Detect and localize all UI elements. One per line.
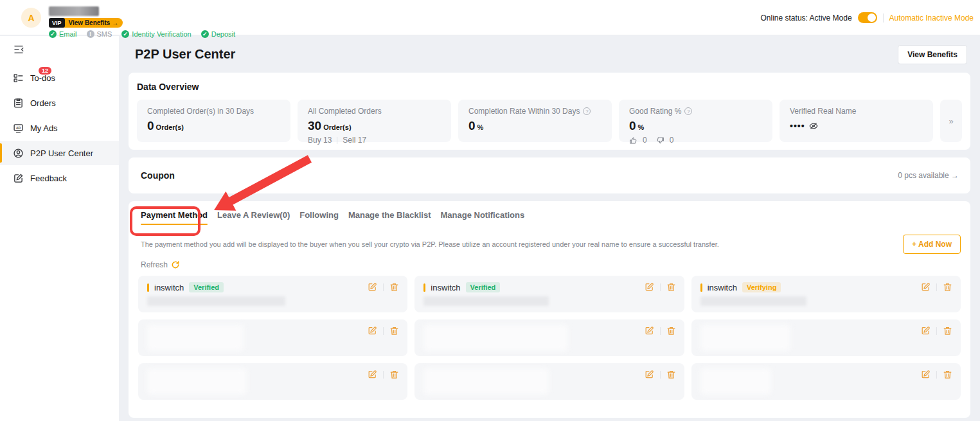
sidebar-item-label: P2P User Center xyxy=(30,148,93,158)
stat-label: Completion Rate Within 30 Days xyxy=(468,107,580,116)
stat-completed-orders-30d: Completed Order(s) in 30 Days 0 Order(s) xyxy=(137,100,290,142)
delete-icon[interactable] xyxy=(389,370,399,379)
refresh-row: Refresh xyxy=(138,260,961,269)
delete-icon[interactable] xyxy=(389,326,399,336)
feedback-icon xyxy=(13,173,24,184)
payment-method-name: inswitch xyxy=(708,283,737,292)
thumbs-down-icon xyxy=(656,136,664,145)
coupon-title: Coupon xyxy=(141,170,175,181)
redacted-account-info xyxy=(147,368,247,395)
coupon-card: Coupon 0 pcs available → xyxy=(129,157,970,193)
stat-value: 0 xyxy=(468,119,476,133)
check-circle-icon: ✓ xyxy=(121,30,129,38)
view-benefits-button[interactable]: View Benefits xyxy=(898,45,967,64)
delete-icon[interactable] xyxy=(666,282,676,292)
description-row: The payment method you add will be displ… xyxy=(138,235,961,254)
stat-label: Good Rating % xyxy=(629,107,681,116)
sidebar-item-feedback[interactable]: Feedback xyxy=(0,166,119,190)
page-header: P2P User Center View Benefits xyxy=(129,36,970,73)
verification-email: ✓ Email xyxy=(49,30,77,38)
content-area: P2P User Center View Benefits Data Overv… xyxy=(119,36,980,421)
payment-method-card: inswitch Verified xyxy=(138,276,407,312)
stat-label: All Completed Orders xyxy=(308,107,382,116)
edit-icon[interactable] xyxy=(921,326,931,336)
automatic-inactive-mode-link[interactable]: Automatic Inactive Mode xyxy=(889,13,974,22)
tab-payment-method[interactable]: Payment Method xyxy=(141,210,208,226)
stats-expand-button[interactable]: » xyxy=(940,100,962,142)
divider xyxy=(883,13,884,22)
help-icon[interactable]: ? xyxy=(583,107,591,115)
payment-method-name: inswitch xyxy=(154,283,184,292)
refresh-label[interactable]: Refresh xyxy=(141,260,168,269)
data-overview-title: Data Overview xyxy=(137,82,962,92)
thumbs-up-count: 0 xyxy=(643,136,647,145)
payment-method-card xyxy=(138,319,407,356)
redacted-account-info xyxy=(700,368,771,395)
payment-method-card: inswitch Verifying xyxy=(691,276,961,312)
stat-unit: Order(s) xyxy=(323,123,351,131)
vip-badge: VIP xyxy=(49,18,65,28)
toggle-knob xyxy=(868,13,876,22)
edit-icon[interactable] xyxy=(645,326,654,336)
edit-icon[interactable] xyxy=(921,282,931,292)
accent-bar xyxy=(147,283,149,292)
redacted-account-info xyxy=(147,325,244,351)
accent-bar xyxy=(423,283,425,292)
coupon-available-link[interactable]: 0 pcs available → xyxy=(898,171,959,180)
help-icon[interactable]: ? xyxy=(684,107,692,115)
sidebar-item-orders[interactable]: Orders xyxy=(0,91,119,115)
divider xyxy=(337,137,337,144)
tab-following[interactable]: Following xyxy=(299,210,339,226)
verification-row: ✓ Email ! SMS ✓ Identity Verification ✓ … xyxy=(49,30,235,38)
delete-icon[interactable] xyxy=(666,326,676,336)
delete-icon[interactable] xyxy=(389,282,399,292)
tab-manage-blacklist[interactable]: Manage the Blacklist xyxy=(348,210,431,226)
payment-method-grid: inswitch Verified inswitch Verified xyxy=(138,276,961,400)
verification-deposit: ✓ Deposit xyxy=(201,30,235,38)
sidebar-item-p2p-user-center[interactable]: P2P User Center xyxy=(0,141,119,165)
verification-label: Email xyxy=(59,30,77,38)
eye-off-icon[interactable] xyxy=(809,121,818,130)
ads-icon: AD xyxy=(13,123,24,134)
profile-summary: A VIP View Benefits → ✓ Email ! SMS xyxy=(21,6,235,38)
edit-icon[interactable] xyxy=(645,370,654,379)
delete-icon[interactable] xyxy=(943,326,952,336)
edit-icon[interactable] xyxy=(645,282,654,292)
sidebar-item-todos[interactable]: To-dos 12 xyxy=(0,66,119,90)
delete-icon[interactable] xyxy=(943,370,952,379)
data-overview-card: Data Overview Completed Order(s) in 30 D… xyxy=(129,73,970,150)
payment-method-card xyxy=(691,319,961,356)
delete-icon[interactable] xyxy=(943,282,952,292)
stat-completion-rate: Completion Rate Within 30 Days ? 0 % xyxy=(458,100,612,142)
edit-icon[interactable] xyxy=(368,282,377,292)
payment-method-card xyxy=(414,319,684,356)
stat-value: 30 xyxy=(308,119,321,133)
online-status-toggle[interactable] xyxy=(858,12,877,23)
avatar[interactable]: A xyxy=(21,8,41,28)
sidebar-item-label: Feedback xyxy=(30,174,67,183)
payment-method-card: inswitch Verified xyxy=(414,276,684,312)
tab-leave-a-review[interactable]: Leave A Review(0) xyxy=(217,210,290,226)
accent-bar xyxy=(700,283,702,292)
add-now-button[interactable]: + Add Now xyxy=(903,235,961,254)
tab-manage-notifications[interactable]: Manage Notifications xyxy=(440,210,524,226)
edit-icon[interactable] xyxy=(368,326,377,336)
sidebar-item-my-ads[interactable]: AD My Ads xyxy=(0,116,119,140)
refresh-icon[interactable] xyxy=(171,260,180,269)
delete-icon[interactable] xyxy=(666,370,676,379)
edit-icon[interactable] xyxy=(921,370,931,379)
vip-row[interactable]: VIP View Benefits → xyxy=(49,18,235,28)
edit-icon[interactable] xyxy=(368,370,377,379)
stat-value: 0 xyxy=(147,119,154,133)
orders-icon xyxy=(13,98,24,109)
stats-row: Completed Order(s) in 30 Days 0 Order(s)… xyxy=(137,100,962,142)
svg-text:AD: AD xyxy=(16,126,21,129)
payment-method-description: The payment method you add will be displ… xyxy=(138,240,719,248)
sidebar-collapse-icon[interactable] xyxy=(13,44,24,55)
user-circle-icon xyxy=(13,148,24,159)
stat-label: Completed Order(s) in 30 Days xyxy=(147,107,254,116)
divider xyxy=(383,327,384,335)
todo-list-icon xyxy=(13,73,24,84)
divider xyxy=(936,283,937,291)
vip-view-benefits-link[interactable]: View Benefits → xyxy=(63,18,123,28)
